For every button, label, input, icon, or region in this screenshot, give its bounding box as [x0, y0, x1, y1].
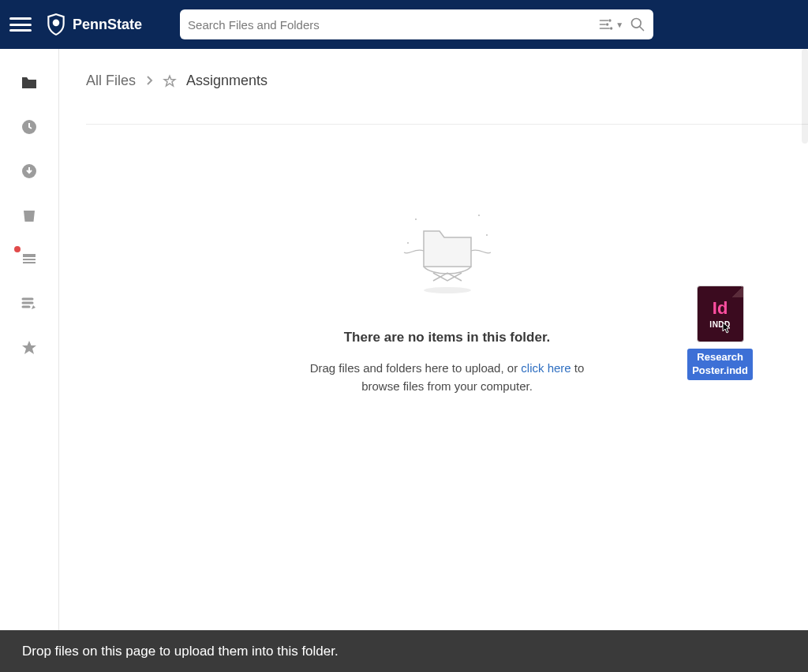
breadcrumb-current: Assignments — [186, 73, 267, 89]
svg-rect-10 — [23, 262, 36, 263]
svg-point-12 — [415, 218, 417, 220]
chevron-down-icon: ▼ — [615, 21, 623, 29]
file-type-ext: INDD — [709, 320, 730, 329]
download-icon — [20, 162, 39, 181]
search-container: ▼ — [180, 9, 653, 39]
svg-point-2 — [606, 23, 608, 25]
sliders-icon — [598, 17, 614, 32]
chevron-right-icon — [145, 75, 153, 88]
svg-line-5 — [640, 27, 644, 31]
breadcrumb: All Files Assignments — [86, 73, 808, 89]
divider — [86, 124, 808, 125]
brand-logo[interactable]: PennState — [46, 13, 142, 36]
favorite-toggle[interactable] — [163, 74, 177, 88]
sidebar-item-recents[interactable] — [19, 117, 39, 137]
star-icon — [20, 338, 39, 357]
file-type-big: Id — [713, 300, 728, 317]
scrollbar[interactable] — [802, 49, 808, 144]
svg-point-13 — [478, 215, 480, 216]
dragged-file-preview[interactable]: Id INDD Research Poster.indd — [687, 286, 753, 380]
svg-point-11 — [424, 287, 471, 293]
body: All Files Assignments — [0, 49, 808, 630]
menu-toggle[interactable] — [9, 16, 32, 33]
notification-dot — [14, 246, 21, 252]
sidebar-item-notes[interactable] — [19, 293, 39, 314]
sidebar-item-favorites[interactable] — [19, 338, 39, 358]
trash-icon — [20, 206, 39, 225]
empty-folder-illustration — [384, 203, 511, 298]
brand-name: PennState — [73, 17, 142, 33]
sidebar-item-files[interactable] — [19, 73, 39, 93]
clock-icon — [20, 118, 39, 136]
empty-subtitle: Drag files and folders here to upload, o… — [297, 360, 597, 395]
sidebar-item-downloads[interactable] — [19, 161, 39, 181]
drag-label-line2: Poster.indd — [692, 364, 748, 378]
drag-label-line1: Research — [692, 351, 748, 364]
svg-rect-8 — [23, 254, 36, 257]
search-submit-button[interactable] — [630, 17, 645, 32]
sidebar-item-trash[interactable] — [19, 205, 39, 226]
svg-point-15 — [407, 242, 409, 244]
drop-hint-footer: Drop files on this page to upload them i… — [0, 630, 808, 672]
search-icon — [630, 17, 645, 32]
folder-icon — [20, 73, 39, 92]
top-bar: PennState ▼ — [0, 0, 808, 49]
svg-point-1 — [608, 19, 611, 21]
dragged-file-label: Research Poster.indd — [687, 349, 753, 380]
sidebar-item-notifications[interactable] — [19, 249, 39, 270]
feed-icon — [20, 250, 39, 269]
shield-icon — [46, 13, 66, 36]
drop-hint-text: Drop files on this page to upload them i… — [22, 644, 339, 659]
indesign-file-icon: Id INDD — [697, 286, 744, 342]
svg-point-0 — [53, 20, 60, 27]
search-box[interactable]: ▼ — [180, 9, 653, 39]
search-filter-button[interactable]: ▼ — [598, 17, 623, 32]
svg-point-3 — [610, 27, 612, 29]
empty-sub-pre: Drag files and folders here to upload, o… — [310, 361, 522, 375]
svg-point-14 — [486, 234, 488, 236]
search-input[interactable] — [188, 18, 592, 32]
sidebar — [0, 49, 59, 630]
browse-files-link[interactable]: click here — [521, 361, 570, 375]
notes-icon — [20, 294, 39, 313]
main-content: All Files Assignments — [59, 49, 808, 630]
breadcrumb-root[interactable]: All Files — [86, 73, 136, 89]
svg-rect-9 — [23, 259, 36, 260]
